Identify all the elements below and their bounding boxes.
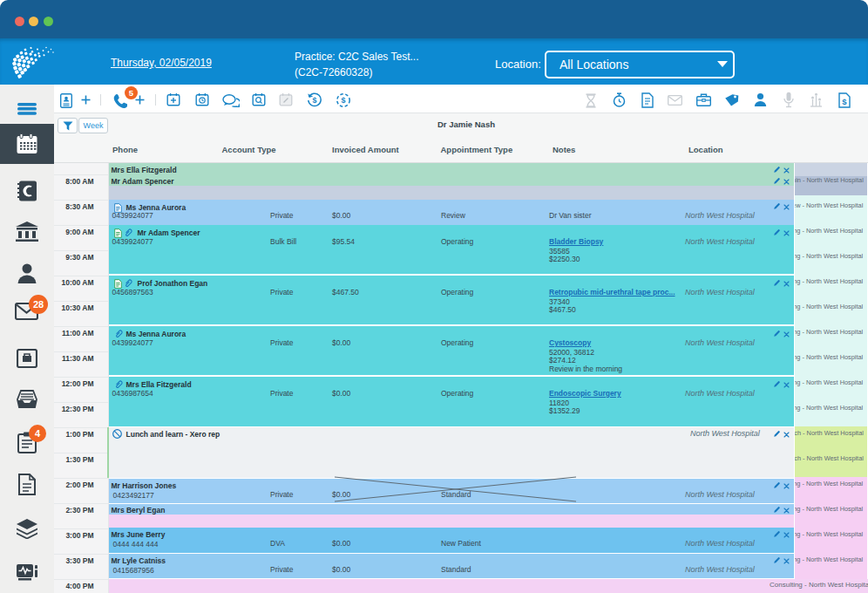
svg-text:$: $	[842, 97, 847, 106]
svg-text:$: $	[312, 96, 316, 105]
svg-text:$: $	[341, 96, 345, 105]
